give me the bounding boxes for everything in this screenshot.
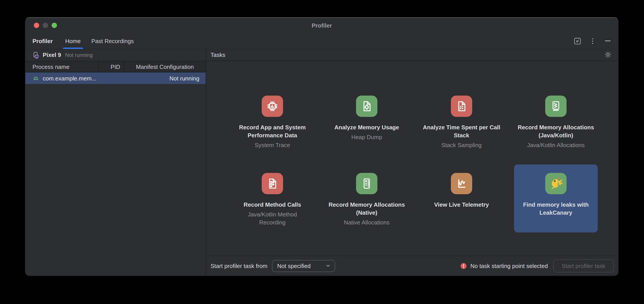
- window-title: Profiler: [25, 18, 618, 33]
- kebab-menu-icon[interactable]: [588, 36, 597, 45]
- task-card-record-memory-allocations-native[interactable]: Record Memory Allocations (Native) Nativ…: [325, 164, 408, 227]
- task-card-title: Analyze Time Spent per Call Stack: [422, 124, 502, 140]
- start-profiler-task-button[interactable]: Start profiler task: [553, 259, 614, 272]
- task-card-record-method-calls[interactable]: Record Method Calls Java/Kotlin Method R…: [230, 164, 314, 227]
- chevron-down-icon: [325, 263, 331, 269]
- warning-icon: [460, 263, 467, 269]
- task-card-title: View Live Telemetry: [422, 201, 502, 209]
- tasks-header: Tasks: [206, 49, 618, 61]
- tab-home[interactable]: Home: [60, 33, 86, 49]
- starting-point-dropdown[interactable]: Not specified: [272, 260, 335, 272]
- task-card-subtitle: Native Allocations: [331, 219, 402, 227]
- process-table-header: Process name PID Manifest Configuration: [25, 61, 206, 72]
- tabbar: Profiler Home Past Recordings: [25, 33, 618, 49]
- tool-window-label: Profiler: [32, 37, 53, 44]
- tasks-grid: Record App and System Performance Data S…: [206, 61, 618, 256]
- task-card-analyze-time-spent[interactable]: Analyze Time Spent per Call Stack Stack …: [420, 87, 503, 149]
- task-card-title: Record Memory Allocations (Native): [327, 201, 407, 217]
- task-card-title: Record App and System Performance Data: [232, 124, 312, 140]
- minimize-icon[interactable]: [603, 36, 612, 45]
- task-card-title: Find memory leaks with LeakCanary: [516, 201, 596, 217]
- task-card-view-live-telemetry[interactable]: View Live Telemetry: [420, 164, 503, 209]
- memory-module-icon: [356, 173, 378, 194]
- task-card-subtitle: System Trace: [237, 141, 308, 149]
- telemetry-chart-icon: [451, 173, 472, 194]
- device-status: Not running: [65, 52, 92, 58]
- tab-past-recordings-label: Past Recordings: [91, 37, 134, 44]
- process-row-selected[interactable]: com.example.mem... Not running: [25, 72, 206, 84]
- task-card-subtitle: Java/Kotlin Allocations: [520, 141, 592, 149]
- dock-window-icon[interactable]: [573, 36, 582, 45]
- task-card-title: Record Memory Allocations (Java/Kotlin): [516, 124, 596, 140]
- android-icon: [32, 75, 39, 82]
- task-card-record-app-system-performance[interactable]: Record App and System Performance Data S…: [230, 87, 314, 149]
- screen: Profiler Profiler Home Past Recordings: [0, 0, 644, 304]
- column-header-process-name[interactable]: Process name: [25, 61, 99, 72]
- profiler-window: Profiler Profiler Home Past Recordings: [25, 17, 619, 276]
- task-card-analyze-memory-usage[interactable]: Analyze Memory Usage Heap Dump: [325, 87, 408, 141]
- task-card-record-memory-allocations-java[interactable]: Record Memory Allocations (Java/Kotlin) …: [514, 87, 598, 149]
- task-card-subtitle: Java/Kotlin Method Recording: [237, 211, 308, 227]
- tasks-panel: Tasks: [206, 49, 618, 276]
- start-task-from-label: Start profiler task from: [210, 263, 268, 269]
- task-footer: Start profiler task from Not specified: [206, 256, 618, 276]
- task-card-leakcanary[interactable]: Find memory leaks with LeakCanary: [514, 164, 598, 232]
- gear-icon[interactable]: [604, 51, 612, 59]
- leakcanary-bird-icon: [545, 173, 566, 194]
- cpu-chip-icon: [262, 96, 283, 117]
- process-name: com.example.mem...: [43, 75, 166, 82]
- warning-text: No task starting point selected: [470, 263, 548, 269]
- titlebar-actions: [573, 36, 612, 45]
- task-card-title: Record Method Calls: [232, 201, 312, 209]
- task-card-subtitle: Stack Sampling: [426, 141, 497, 149]
- task-card-subtitle: Heap Dump: [331, 133, 402, 141]
- main-area: Pixel 9 Not running Process name PID Man…: [25, 49, 618, 276]
- device-row[interactable]: Pixel 9 Not running: [25, 49, 206, 61]
- task-card-title: Analyze Memory Usage: [327, 124, 407, 132]
- document-chip-icon: [356, 96, 378, 117]
- device-phone-icon: [32, 51, 40, 58]
- memory-nodes-icon: [545, 96, 566, 117]
- document-nodes-icon: [262, 173, 283, 194]
- column-header-pid[interactable]: PID: [99, 61, 124, 72]
- document-callstack-icon: [451, 96, 472, 117]
- titlebar: Profiler: [25, 18, 618, 33]
- process-manifest-status: Not running: [170, 75, 200, 82]
- process-panel: Pixel 9 Not running Process name PID Man…: [25, 49, 206, 276]
- starting-point-value: Not specified: [277, 263, 311, 269]
- tab-past-recordings[interactable]: Past Recordings: [86, 33, 139, 49]
- column-header-manifest-configuration[interactable]: Manifest Configuration: [124, 61, 206, 72]
- tab-home-label: Home: [65, 37, 80, 44]
- device-name: Pixel 9: [43, 52, 61, 58]
- warning-group: No task starting point selected: [460, 263, 548, 269]
- tasks-title: Tasks: [210, 51, 604, 58]
